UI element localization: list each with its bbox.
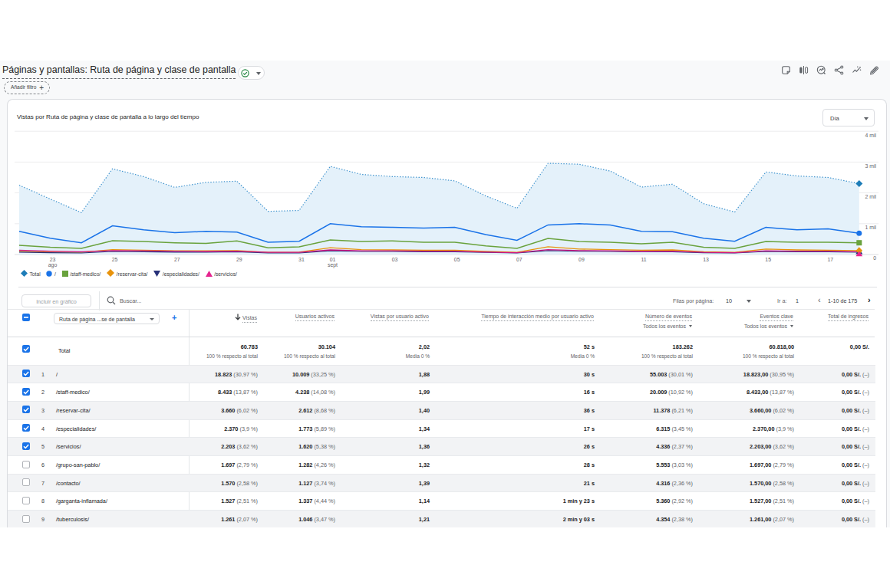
svg-text:31: 31 (298, 257, 305, 262)
svg-text:4 mil: 4 mil (865, 133, 876, 138)
svg-text:09: 09 (578, 257, 585, 262)
svg-text:11: 11 (641, 257, 646, 262)
svg-text:27: 27 (174, 257, 180, 262)
svg-text:07: 07 (516, 257, 522, 262)
svg-text:29: 29 (236, 257, 242, 262)
svg-text:01: 01 (330, 257, 336, 262)
svg-text:23: 23 (50, 257, 56, 262)
svg-text:sept: sept (328, 262, 338, 268)
svg-text:13: 13 (703, 257, 709, 262)
svg-text:05: 05 (454, 257, 460, 262)
svg-text:17: 17 (827, 257, 833, 262)
svg-text:0: 0 (873, 255, 876, 261)
svg-text:2 mil: 2 mil (865, 194, 876, 199)
svg-text:3 mil: 3 mil (865, 163, 876, 169)
svg-text:ago: ago (48, 262, 58, 268)
svg-text:15: 15 (765, 257, 771, 262)
svg-text:03: 03 (392, 257, 398, 262)
svg-text:1 mil: 1 mil (865, 225, 876, 230)
svg-text:25: 25 (112, 257, 118, 262)
